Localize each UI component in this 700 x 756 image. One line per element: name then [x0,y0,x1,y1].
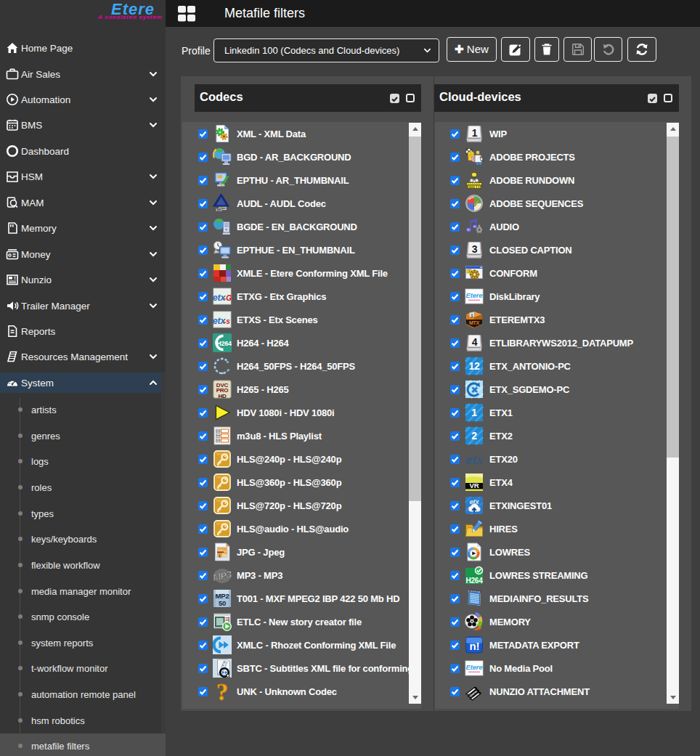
svg-text:etx: etx [465,453,484,467]
svg-text:3: 3 [472,243,478,255]
svg-text:4: 4 [472,336,478,348]
svg-text:-G: -G [224,294,232,302]
svg-text:MTX: MTX [469,320,480,325]
svg-text:2: 2 [471,430,477,442]
svg-text:H264: H264 [465,577,483,585]
svg-text:50: 50 [219,599,226,607]
svg-text:-s: -s [224,317,230,325]
svg-text:n!: n! [470,640,480,652]
svg-text:H264: H264 [216,340,232,347]
svg-text:HD: HD [218,393,227,399]
svg-text:MP3: MP3 [213,569,232,583]
svg-text:1: 1 [471,407,477,418]
svg-text:12: 12 [468,360,480,372]
svg-text:?: ? [216,682,228,701]
svg-text:Etere: Etere [466,291,484,299]
svg-text:3: 3 [471,313,473,318]
svg-text:VR: VR [470,481,479,489]
svg-text:1: 1 [472,127,478,139]
svg-text:Etere: Etere [466,663,484,671]
